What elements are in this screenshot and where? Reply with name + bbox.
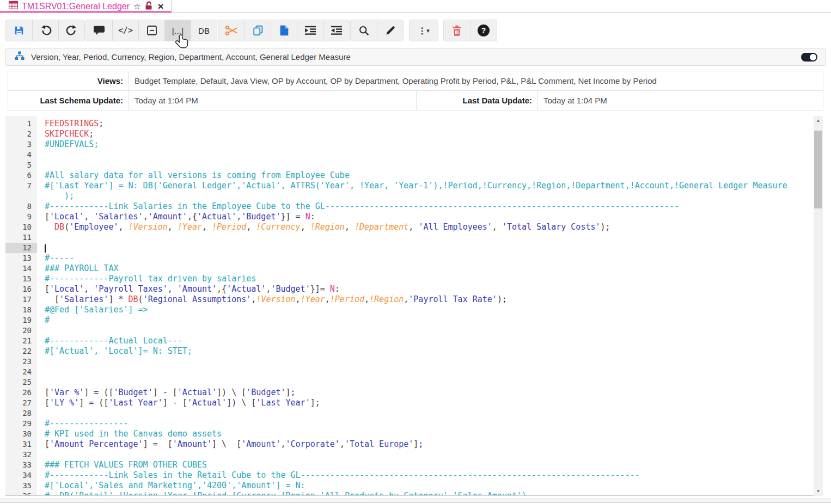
code-text: DB('Employee', !Version, !Year, !Period,… bbox=[37, 222, 610, 232]
line-number: 15 bbox=[5, 274, 37, 284]
scroll-down-arrow-icon[interactable]: ▼ bbox=[814, 487, 823, 496]
code-line[interactable]: 26['Var %'] = (['Budget'] - ['Actual']) … bbox=[5, 388, 823, 398]
line-number: 13 bbox=[5, 253, 37, 263]
code-line[interactable]: 17 ['Salaries'] * DB('Regional Assumptio… bbox=[5, 294, 823, 305]
delete-button[interactable] bbox=[444, 20, 470, 41]
code-view-button[interactable]: </> bbox=[112, 20, 138, 41]
more-options-button[interactable]: ⋮▾ bbox=[410, 20, 438, 41]
cut-button[interactable] bbox=[218, 20, 245, 41]
code-line[interactable]: 13#----- bbox=[5, 253, 823, 263]
indent-icon bbox=[304, 25, 316, 36]
dimension-bar[interactable]: Version, Year, Period, Currency, Region,… bbox=[5, 48, 826, 66]
save-icon bbox=[13, 24, 25, 36]
collapse-button[interactable] bbox=[138, 20, 164, 41]
dimension-list: Version, Year, Period, Currency, Region,… bbox=[31, 52, 351, 62]
code-line[interactable]: 23 bbox=[5, 357, 823, 367]
code-line[interactable]: 2SKIPCHECK; bbox=[5, 129, 823, 139]
code-text: # bbox=[37, 315, 50, 325]
code-line[interactable]: 7#['Last Year'] = N: DB('General Ledger'… bbox=[5, 181, 823, 201]
db-reference-button[interactable]: DB bbox=[191, 20, 217, 41]
code-text: #['Last Year'] = N: DB('General Ledger',… bbox=[37, 181, 787, 201]
code-line[interactable]: 4 bbox=[5, 150, 823, 160]
copy-button[interactable] bbox=[245, 20, 271, 41]
indent-button[interactable] bbox=[297, 20, 323, 41]
code-line[interactable]: 16['Local', 'Payroll Taxes', 'Amount',{'… bbox=[5, 284, 823, 294]
code-area[interactable]: 1FEEDSTRINGS;2SKIPCHECK;3#UNDEFVALS;456#… bbox=[5, 119, 823, 496]
rule-code-editor[interactable]: 1FEEDSTRINGS;2SKIPCHECK;3#UNDEFVALS;456#… bbox=[5, 116, 823, 496]
code-line[interactable]: 21#------------Actual Local--- bbox=[5, 336, 823, 346]
code-line[interactable]: 30# KPI used in the Canvas demo assets bbox=[5, 429, 823, 439]
toolbar-group bbox=[443, 20, 471, 41]
code-text: ['Salaries'] * DB('Regional Assumptions'… bbox=[37, 294, 507, 305]
vertical-scrollbar-thumb[interactable] bbox=[814, 131, 822, 208]
code-line[interactable]: 33### FETCH VALUES FROM OTHER CUBES bbox=[5, 460, 823, 470]
code-line[interactable]: 22#['Actual', 'Local']= N: STET; bbox=[5, 346, 823, 357]
code-text: #['Actual', 'Local']= N: STET; bbox=[37, 346, 192, 357]
search-button[interactable] bbox=[351, 20, 377, 41]
code-line[interactable]: 35#['Local','Sales and Marketing','4200'… bbox=[5, 481, 823, 491]
code-text: #------------Actual Local--- bbox=[37, 336, 182, 346]
code-text: # KPI used in the Canvas demo assets bbox=[37, 429, 222, 439]
line-number: 6 bbox=[5, 170, 37, 181]
code-line[interactable]: 36# DB('Retail',!Version,!Year,!Period,!… bbox=[5, 491, 823, 496]
line-number: 26 bbox=[5, 388, 37, 398]
horizontal-scrollbar[interactable] bbox=[0, 499, 831, 503]
favorite-star-icon[interactable]: ☆ bbox=[133, 2, 140, 10]
code-line[interactable]: 20 bbox=[5, 325, 823, 336]
toggle-knob bbox=[810, 54, 816, 60]
line-number: 18 bbox=[5, 305, 37, 315]
code-line[interactable]: 29#---------------- bbox=[5, 419, 823, 429]
code-line[interactable]: 9['Local', 'Salaries','Amount',{'Actual'… bbox=[5, 212, 823, 222]
code-line[interactable]: 10 DB('Employee', !Version, !Year, !Peri… bbox=[5, 222, 823, 232]
scroll-up-arrow-icon[interactable]: ▲ bbox=[814, 116, 823, 125]
edit-button[interactable] bbox=[377, 20, 403, 41]
code-line[interactable]: 12 bbox=[5, 243, 823, 253]
vertical-scrollbar[interactable]: ▲ ▼ bbox=[814, 116, 823, 496]
line-number: 5 bbox=[5, 160, 37, 170]
code-line[interactable]: 15#------------Payroll tax driven by sal… bbox=[5, 274, 823, 284]
toggle-switch[interactable] bbox=[801, 53, 817, 62]
question-mark-icon: ? bbox=[478, 24, 490, 36]
code-line[interactable]: 6#All salary data for all versions is co… bbox=[5, 170, 823, 181]
outdent-button[interactable] bbox=[323, 20, 349, 41]
undo-button[interactable] bbox=[32, 20, 58, 41]
toolbar-group: ? bbox=[470, 20, 497, 41]
line-number: 24 bbox=[5, 367, 37, 377]
code-icon: </> bbox=[118, 26, 133, 35]
help-button[interactable]: ? bbox=[471, 20, 497, 41]
tab-general-ledger[interactable]: TM1SRV01:General Ledger ☆ × bbox=[0, 0, 172, 13]
line-number: 23 bbox=[5, 357, 37, 367]
code-line[interactable]: 11 bbox=[5, 232, 823, 243]
code-line[interactable]: 14### PAYROLL TAX bbox=[5, 263, 823, 274]
code-line[interactable]: 8#------------Link Salaries in the Emplo… bbox=[5, 201, 823, 212]
redo-button[interactable] bbox=[58, 20, 84, 41]
save-button[interactable] bbox=[6, 20, 32, 41]
code-line[interactable]: 3#UNDEFVALS; bbox=[5, 139, 823, 150]
code-text: ['LY %'] = (['Last Year'] - ['Actual']) … bbox=[37, 398, 320, 408]
code-line[interactable]: 19# bbox=[5, 315, 823, 325]
line-number: 34 bbox=[5, 470, 37, 481]
views-value: Budget Template, Default, Java View, OP … bbox=[129, 71, 823, 90]
code-line[interactable]: 34#------------Link Sales in the Retail … bbox=[5, 470, 823, 481]
code-line[interactable]: 24 bbox=[5, 367, 823, 377]
code-line[interactable]: 1FEEDSTRINGS; bbox=[5, 119, 823, 129]
code-text: #UNDEFVALS; bbox=[37, 139, 99, 150]
code-line[interactable]: 32 bbox=[5, 450, 823, 460]
code-line[interactable]: 5 bbox=[5, 160, 823, 170]
paste-icon bbox=[278, 24, 290, 36]
code-line[interactable]: 28 bbox=[5, 408, 823, 419]
pencil-icon bbox=[385, 25, 396, 36]
views-label: Views: bbox=[8, 71, 129, 90]
code-line[interactable]: 31['Amount Percentage'] = ['Amount'] \ [… bbox=[5, 439, 823, 450]
code-line[interactable]: 18#@Fed ['Salaries'] => bbox=[5, 305, 823, 315]
comment-button[interactable] bbox=[86, 20, 112, 41]
tab-title: TM1SRV01:General Ledger bbox=[22, 2, 130, 11]
code-text: ['Amount Percentage'] = ['Amount'] \ ['A… bbox=[37, 439, 423, 450]
db-reference-label: DB bbox=[198, 26, 210, 35]
paste-button[interactable] bbox=[271, 20, 297, 41]
close-icon[interactable]: × bbox=[158, 1, 164, 11]
code-text bbox=[37, 243, 46, 253]
line-number: 35 bbox=[5, 481, 37, 491]
code-line[interactable]: 25 bbox=[5, 377, 823, 388]
code-line[interactable]: 27['LY %'] = (['Last Year'] - ['Actual']… bbox=[5, 398, 823, 408]
